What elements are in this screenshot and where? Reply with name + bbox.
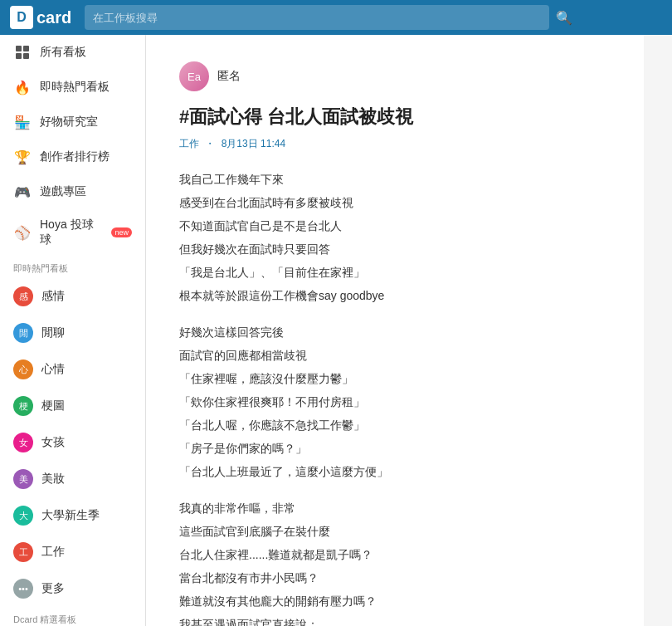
sidebar-label: 遊戲專區 bbox=[40, 184, 86, 199]
article-paragraph: 難道就沒有其他龐大的開銷有壓力嗎？ bbox=[179, 589, 611, 613]
baseball-icon: ⚾ bbox=[13, 223, 32, 242]
sidebar-item-emotion[interactable]: 感 感情 bbox=[0, 278, 145, 315]
shop-icon: 🏪 bbox=[13, 113, 32, 131]
sidebar-item-mood[interactable]: 心 心情 bbox=[0, 351, 145, 388]
author-row: Ea 匿名 bbox=[179, 61, 611, 91]
sidebar-item-makeup[interactable]: 美 美妝 bbox=[0, 461, 145, 497]
article-paragraph: 我真的非常作嘔，非常 bbox=[179, 496, 611, 520]
sidebar-label: 梗圖 bbox=[41, 399, 65, 413]
svg-rect-0 bbox=[16, 46, 22, 51]
sidebar-item-chat[interactable]: 閒 閒聊 bbox=[0, 315, 145, 351]
trophy-icon: 🏆 bbox=[13, 148, 32, 166]
sidebar-label: 工作 bbox=[41, 545, 65, 560]
sidebar-label: 好物研究室 bbox=[40, 115, 98, 130]
article-paragraph: 「台北人上班最近了，這麼小這麼方便」 bbox=[179, 460, 611, 483]
search-button[interactable]: 🔍 bbox=[556, 10, 572, 26]
article-paragraph: 根本就等於跟這份工作機會say goodbye bbox=[179, 284, 611, 307]
sidebar-label: 所有看板 bbox=[40, 45, 86, 60]
meme-avatar: 梗 bbox=[13, 396, 33, 416]
article-paragraph: 但我好幾次在面試時只要回答 bbox=[179, 237, 611, 261]
article-paragraph: 「我是台北人」、「目前住在家裡」 bbox=[179, 261, 611, 284]
sidebar: 所有看板 🔥 即時熱門看板 🏪 好物研究室 🏆 創作者排行榜 🎮 遊戲專區 ⚾ … bbox=[0, 35, 146, 626]
sidebar-item-hoya[interactable]: ⚾ Hoya 投球球 new bbox=[0, 209, 145, 256]
freshman-avatar: 大 bbox=[13, 506, 33, 526]
sidebar-item-all-boards[interactable]: 所有看板 bbox=[0, 35, 145, 70]
article-paragraph: 我甚至遇過面試官直接說： bbox=[179, 613, 611, 626]
article-paragraph: 「台北人喔，你應該不急找工作鬱」 bbox=[179, 413, 611, 437]
topbar: D card 🔍 bbox=[0, 0, 672, 35]
svg-rect-3 bbox=[23, 53, 29, 59]
sidebar-label: 閒聊 bbox=[41, 325, 65, 340]
article-paragraph: 「欸你住家裡很爽耶！不用付房租」 bbox=[179, 390, 611, 413]
sidebar-label: 美妝 bbox=[41, 472, 65, 487]
logo[interactable]: D card bbox=[10, 6, 71, 29]
sidebar-item-more[interactable]: ••• 更多 bbox=[0, 570, 145, 607]
sidebar-label: Hoya 投球球 bbox=[40, 218, 101, 247]
sidebar-label: 感情 bbox=[41, 289, 65, 304]
girls-avatar: 女 bbox=[13, 433, 33, 452]
logo-icon: D bbox=[10, 6, 33, 29]
article-container: Ea 匿名 #面試心得 台北人面試被歧視 工作 ・ 8月13日 11:44 我自… bbox=[146, 35, 644, 626]
hot-section-label: 即時熱門看板 bbox=[0, 256, 145, 278]
content-area: Ea 匿名 #面試心得 台北人面試被歧視 工作 ・ 8月13日 11:44 我自… bbox=[146, 35, 672, 626]
article-board[interactable]: 工作 bbox=[179, 138, 199, 149]
sidebar-label: 即時熱門看板 bbox=[40, 80, 110, 95]
article-paragraph: 當台北都沒有市井小民嗎？ bbox=[179, 566, 611, 589]
article-paragraph: 我自己工作幾年下來 bbox=[179, 168, 611, 191]
article-date: 8月13日 11:44 bbox=[222, 138, 285, 149]
sidebar-item-good-stuff[interactable]: 🏪 好物研究室 bbox=[0, 105, 145, 139]
sidebar-item-girls[interactable]: 女 女孩 bbox=[0, 424, 145, 461]
sidebar-label: 心情 bbox=[41, 362, 65, 377]
article-paragraph: 這些面試官到底腦子在裝什麼 bbox=[179, 520, 611, 543]
sidebar-item-meme[interactable]: 梗 梗圖 bbox=[0, 388, 145, 424]
sidebar-label: 女孩 bbox=[41, 435, 65, 450]
sidebar-item-creators-rank[interactable]: 🏆 創作者排行榜 bbox=[0, 139, 145, 174]
game-icon: 🎮 bbox=[13, 183, 32, 201]
sidebar-item-freshman[interactable]: 大 大學新生季 bbox=[0, 497, 145, 534]
svg-rect-1 bbox=[23, 46, 29, 51]
more-avatar: ••• bbox=[13, 579, 33, 599]
sidebar-label: 創作者排行榜 bbox=[40, 149, 110, 164]
logo-text: card bbox=[37, 8, 71, 27]
article-paragraph: 台北人住家裡......難道就都是凱子嗎？ bbox=[179, 543, 611, 566]
chat-avatar: 閒 bbox=[13, 323, 33, 343]
grid-icon bbox=[13, 43, 32, 61]
work-avatar: 工 bbox=[13, 542, 33, 562]
article-paragraph: 「住家裡喔，應該沒什麼壓力鬱」 bbox=[179, 367, 611, 390]
article-body: 我自己工作幾年下來感受到在台北面試時有多麼被歧視不知道面試官自己是不是台北人但我… bbox=[179, 168, 611, 626]
picks-section-label: Dcard 精選看板 bbox=[0, 607, 145, 626]
new-badge: new bbox=[111, 227, 132, 237]
article-meta: 工作 ・ 8月13日 11:44 bbox=[179, 137, 611, 151]
search-input[interactable] bbox=[85, 5, 549, 30]
article-paragraph: 好幾次這樣回答完後 bbox=[179, 320, 611, 344]
emotion-avatar: 感 bbox=[13, 286, 33, 306]
author-avatar: Ea bbox=[179, 61, 209, 91]
article-paragraph: 不知道面試官自己是不是台北人 bbox=[179, 214, 611, 237]
sidebar-item-hot-boards[interactable]: 🔥 即時熱門看板 bbox=[0, 70, 145, 105]
article-separator: ・ bbox=[205, 138, 215, 149]
svg-rect-2 bbox=[16, 53, 22, 59]
author-name: 匿名 bbox=[217, 69, 241, 84]
mood-avatar: 心 bbox=[13, 359, 33, 379]
fire-icon: 🔥 bbox=[13, 78, 32, 96]
main-layout: 所有看板 🔥 即時熱門看板 🏪 好物研究室 🏆 創作者排行榜 🎮 遊戲專區 ⚾ … bbox=[0, 35, 672, 626]
sidebar-item-game-zone[interactable]: 🎮 遊戲專區 bbox=[0, 174, 145, 209]
article-paragraph: 感受到在台北面試時有多麼被歧視 bbox=[179, 191, 611, 214]
sidebar-label: 大學新生季 bbox=[41, 508, 100, 523]
makeup-avatar: 美 bbox=[13, 469, 33, 489]
article-paragraph: 面試官的回應都相當歧視 bbox=[179, 344, 611, 367]
article-title: #面試心得 台北人面試被歧視 bbox=[179, 105, 611, 130]
sidebar-item-work[interactable]: 工 工作 bbox=[0, 534, 145, 570]
sidebar-label: 更多 bbox=[41, 581, 65, 596]
article-paragraph: 「房子是你們家的嗎？」 bbox=[179, 437, 611, 460]
